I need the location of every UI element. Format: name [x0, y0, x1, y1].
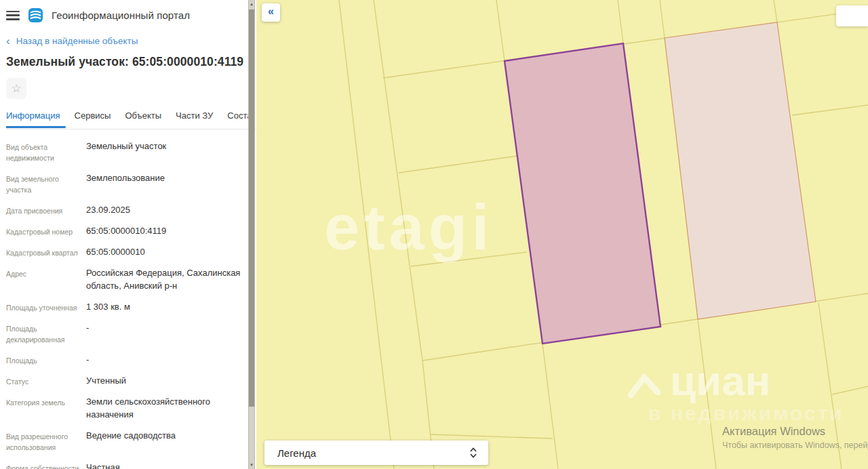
tab-information[interactable]: Информация — [6, 110, 60, 127]
legend-label: Легенда — [277, 447, 316, 459]
field-row: Площадь декларированная- — [6, 321, 244, 345]
app-header: Геоинформационный портал — [6, 0, 244, 24]
back-link-label: Назад в найденные объекты — [16, 36, 138, 46]
field-row: Вид земельного участкаЗемлепользование — [6, 171, 244, 195]
screen: Геоинформационный портал ‹ Назад в найде… — [0, 0, 868, 469]
sidebar: Геоинформационный портал ‹ Назад в найде… — [0, 0, 256, 469]
double-chevron-left-icon: « — [268, 5, 274, 18]
app-logo-icon — [28, 7, 43, 23]
field-row: Площадь уточненная1 303 кв. м — [6, 300, 244, 313]
field-row: Форма собственностиЧастная — [6, 461, 244, 469]
scroll-down-icon[interactable]: ▼ — [249, 463, 254, 467]
page-title: Земельный участок: 65:05:0000010:4119 — [6, 55, 244, 69]
field-row: АдресРоссийская Федерация, Сахалинская о… — [6, 266, 244, 292]
field-row: Дата присвоения23.09.2025 — [6, 203, 244, 216]
map-canvas[interactable]: etagi циан в недвижимости Активация Wind… — [256, 0, 868, 469]
chevron-left-icon: ‹ — [6, 37, 10, 45]
windows-activation-watermark: Активация Windows Чтобы активировать Win… — [722, 425, 868, 450]
field-row: Категория земельЗемли сельскохозяйственн… — [6, 395, 244, 421]
tab-objects[interactable]: Объекты — [125, 110, 161, 127]
info-fields: Вид объекта недвижимостиЗемельный участо… — [6, 140, 244, 469]
field-row: Кадастровый номер65:05:0000010:4119 — [6, 224, 244, 237]
field-row: Вид разрешенного использованияВедение са… — [6, 429, 244, 453]
tab-bar: Информация Сервисы Объекты Части ЗУ Сост… — [6, 108, 256, 129]
scrollbar-thumb[interactable] — [249, 9, 254, 407]
expand-collapse-icon[interactable] — [469, 447, 477, 459]
cian-watermark: циан в недвижимости — [628, 361, 844, 425]
roof-icon — [628, 369, 663, 401]
menu-icon[interactable] — [6, 11, 20, 20]
tab-services[interactable]: Сервисы — [75, 110, 111, 127]
tab-parts[interactable]: Части ЗУ — [176, 110, 213, 127]
field-row: Площадь- — [6, 353, 244, 366]
field-row: Вид объекта недвижимостиЗемельный участо… — [6, 140, 244, 163]
map-tool-panel[interactable] — [836, 5, 868, 26]
field-row: СтатусУчтенный — [6, 374, 244, 387]
sidebar-scrollbar[interactable]: ▲ ▼ — [248, 0, 255, 469]
scroll-up-icon[interactable]: ▲ — [249, 2, 254, 6]
app-title: Геоинформационный портал — [52, 9, 190, 21]
favorite-button[interactable]: ☆ — [6, 78, 26, 99]
field-row: Кадастровый квартал65:05:0000010 — [6, 245, 244, 258]
collapse-sidebar-button[interactable]: « — [262, 3, 280, 22]
legend-bar[interactable]: Легенда — [264, 441, 488, 465]
star-icon: ☆ — [11, 81, 21, 96]
back-link[interactable]: ‹ Назад в найденные объекты — [6, 36, 244, 46]
etagi-watermark: etagi — [324, 191, 493, 264]
